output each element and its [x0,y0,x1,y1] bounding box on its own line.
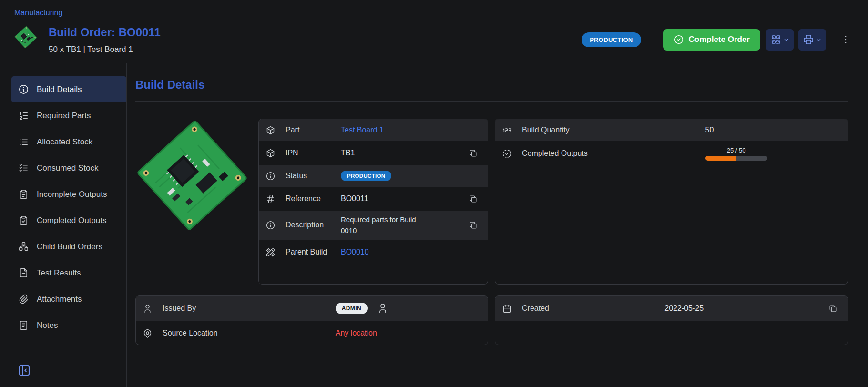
build-thumbnail-image[interactable] [14,25,37,50]
created-label: Created [522,304,664,313]
barcode-actions-button[interactable] [766,29,794,51]
complete-order-label: Complete Order [689,35,750,44]
clipboard-check-icon [18,215,29,226]
build-quantity-label: Build Quantity [522,126,705,134]
sidebar-item-build-details[interactable]: Build Details [11,76,126,102]
parent-build-link[interactable]: BO0010 [341,248,369,256]
sidebar-item-label: Build Details [37,85,82,94]
list-numbers-icon [18,110,29,121]
issued-by-row: Issued By ADMIN [136,296,488,321]
part-image[interactable] [135,119,249,232]
sidebar-item-consumed-stock[interactable]: Consumed Stock [11,155,126,181]
detail-label: Parent Build [286,247,329,257]
sidebar-item-label: Incomplete Outputs [37,190,107,199]
header-titles: Build Order: BO0011 50 x TB1 | Test Boar… [49,25,161,54]
issued-by-badge: ADMIN [336,303,368,314]
sidebar-collapse-button[interactable] [17,363,31,377]
build-details-panel: Part Test Board 1 IPN TB1 Stat [258,119,488,285]
complete-order-button[interactable]: Complete Order [663,29,760,51]
sidebar-item-label: Child Build Orders [37,242,102,252]
info-circle-icon [18,84,29,95]
copy-icon [469,194,478,204]
status-badge: PRODUCTION [582,32,641,47]
sidebar-item-required-parts[interactable]: Required Parts [11,102,126,129]
content: Build Details Part Test Board 1 IPN [127,63,868,387]
sidebar-item-test-results[interactable]: Test Results [11,260,126,286]
sidebar-item-label: Consumed Stock [37,163,98,173]
chevron-down-icon [783,36,790,43]
print-actions-button[interactable] [798,29,826,51]
check-circle-icon [674,34,684,45]
copy-icon [828,304,837,313]
clipboard-icon [18,189,29,200]
sidebar: Build Details Required Parts Allocated S… [0,63,127,387]
sidebar-item-completed-outputs[interactable]: Completed Outputs [11,207,126,234]
sidebar-item-label: Allocated Stock [37,137,92,147]
user-icon [143,304,155,314]
sidebar-item-incomplete-outputs[interactable]: Incomplete Outputs [11,181,126,207]
status-badge: PRODUCTION [341,171,391,181]
list-check-icon [18,163,29,173]
chevron-down-icon [815,36,822,43]
copy-icon [469,221,478,230]
page-subtitle: 50 x TB1 | Test Board 1 [49,45,161,54]
detail-label: Description [286,220,329,230]
box-icon [266,148,278,158]
section-heading: Build Details [135,78,848,92]
copy-button[interactable] [465,191,481,207]
main-layout: Build Details Required Parts Allocated S… [0,63,868,387]
sidebar-footer [11,357,126,387]
sidebar-item-attachments[interactable]: Attachments [11,286,126,312]
grid-column-right: Build Quantity 50 Completed Outputs 25 /… [495,119,848,345]
copy-button[interactable] [465,217,481,234]
reference-value: BO0011 [341,194,368,203]
more-actions-button[interactable] [837,29,854,51]
detail-label: Reference [286,194,329,204]
copy-button[interactable] [465,145,481,161]
grid-column-left: Part Test Board 1 IPN TB1 Stat [135,119,488,345]
section-divider [135,101,848,102]
completed-outputs-row: Completed Outputs 25 / 50 [495,141,848,166]
description-value: Required parts for Build 0010 [341,214,416,236]
detail-row-ipn: IPN TB1 [259,141,488,165]
details-top-row: Part Test Board 1 IPN TB1 Stat [135,119,488,285]
detail-row-status: Status PRODUCTION [259,165,488,187]
sidebar-collapse-icon [17,363,31,377]
notebook-icon [18,320,29,331]
sitemap-icon [18,241,29,252]
sidebar-item-allocated-stock[interactable]: Allocated Stock [11,129,126,155]
user-icon [377,303,388,314]
breadcrumb-link-manufacturing[interactable]: Manufacturing [14,9,62,17]
sidebar-item-label: Completed Outputs [37,216,106,225]
ipn-value: TB1 [341,149,355,157]
sidebar-item-label: Attachments [37,295,82,304]
info-circle-icon [266,220,278,230]
created-value: 2022-05-25 [664,304,704,313]
numbers-123-icon [502,125,514,135]
progress-label: 25 / 50 [705,147,767,154]
detail-row-description: Description Required parts for Build 001… [259,211,488,240]
hash-icon [266,194,278,204]
progress-check-icon [502,149,514,159]
sidebar-item-label: Required Parts [37,111,91,121]
part-link[interactable]: Test Board 1 [341,126,384,134]
issued-panel: Issued By ADMIN Source Location Any loca… [135,295,488,345]
detail-label: IPN [286,148,329,158]
detail-label: Part [286,125,329,135]
source-location-value: Any location [336,329,377,337]
created-row: Created 2022-05-25 [495,296,848,321]
sidebar-item-label: Notes [37,321,58,330]
detail-label: Status [286,171,329,181]
map-pin-icon [143,328,155,338]
completed-outputs-progress: 25 / 50 [705,147,767,161]
copy-icon [469,149,478,158]
breadcrumb: Manufacturing [0,0,868,19]
copy-button[interactable] [825,300,841,316]
box-icon [266,125,278,135]
source-location-row: Source Location Any location [136,321,488,345]
calendar-icon [502,304,514,314]
quantity-panel: Build Quantity 50 Completed Outputs 25 /… [495,119,848,285]
issued-by-label: Issued By [163,304,336,313]
sidebar-item-notes[interactable]: Notes [11,312,126,338]
sidebar-item-child-build-orders[interactable]: Child Build Orders [11,234,126,260]
